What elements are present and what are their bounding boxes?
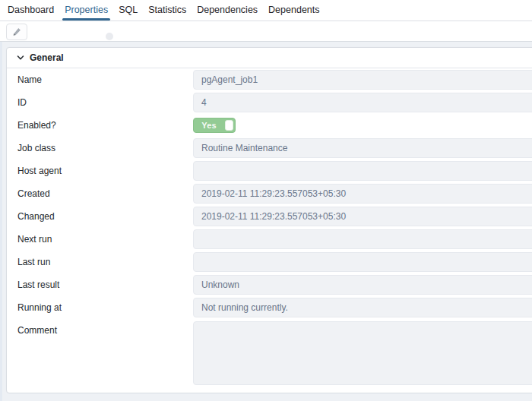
property-row-changed: Changed 2019-02-11 11:29:23.557053+05:30 bbox=[7, 205, 532, 228]
job-class-label: Job class bbox=[7, 143, 193, 153]
property-row-created: Created 2019-02-11 11:29:23.557053+05:30 bbox=[7, 182, 532, 205]
tab-dependents[interactable]: Dependents bbox=[263, 0, 325, 21]
property-row-host-agent: Host agent bbox=[7, 159, 532, 182]
name-label: Name bbox=[7, 74, 193, 85]
chevron-down-icon bbox=[17, 54, 24, 62]
property-row-id: ID 4 bbox=[7, 91, 532, 114]
property-row-enabled: Enabled? Yes bbox=[7, 114, 532, 137]
last-result-field: Unknown bbox=[193, 275, 532, 295]
edit-object-button[interactable] bbox=[6, 24, 27, 40]
last-run-label: Last run bbox=[7, 257, 193, 267]
id-label: ID bbox=[7, 97, 193, 108]
name-field: pgAgent_job1 bbox=[193, 70, 532, 90]
tab-sql[interactable]: SQL bbox=[113, 0, 143, 21]
last-run-field bbox=[193, 252, 532, 272]
property-row-comment: Comment bbox=[7, 319, 532, 392]
properties-toolbar bbox=[0, 21, 532, 42]
section-header-general[interactable]: General bbox=[7, 48, 532, 68]
properties-panel: General Name pgAgent_job1 ID 4 Enabled? … bbox=[6, 47, 532, 393]
running-at-label: Running at bbox=[7, 302, 193, 313]
property-row-last-run: Last run bbox=[7, 251, 532, 273]
property-row-running-at: Running at Not running currently. bbox=[7, 296, 532, 319]
property-row-job-class: Job class Routine Maintenance bbox=[7, 137, 532, 159]
created-field: 2019-02-11 11:29:23.557053+05:30 bbox=[193, 184, 532, 204]
running-at-field: Not running currently. bbox=[193, 298, 532, 317]
pencil-icon bbox=[11, 27, 22, 37]
tab-dependencies[interactable]: Dependencies bbox=[192, 0, 263, 21]
comment-label: Comment bbox=[7, 325, 193, 336]
left-edge-strip bbox=[0, 42, 2, 401]
id-field: 4 bbox=[193, 93, 532, 112]
tab-properties[interactable]: Properties bbox=[59, 0, 113, 21]
property-row-next-run: Next run bbox=[7, 228, 532, 251]
comment-textarea bbox=[193, 321, 532, 385]
host-agent-field bbox=[193, 161, 532, 181]
enabled-toggle: Yes bbox=[193, 118, 236, 133]
enabled-toggle-label: Yes bbox=[194, 121, 224, 130]
next-run-field bbox=[193, 229, 532, 249]
property-row-last-result: Last result Unknown bbox=[7, 273, 532, 296]
created-label: Created bbox=[7, 188, 193, 199]
properties-tab-bar: Dashboard Properties SQL Statistics Depe… bbox=[0, 0, 532, 21]
section-title: General bbox=[30, 52, 64, 63]
enabled-label: Enabled? bbox=[7, 120, 193, 131]
divider-dot bbox=[106, 33, 113, 40]
job-class-field: Routine Maintenance bbox=[193, 138, 532, 158]
next-run-label: Next run bbox=[7, 234, 193, 245]
host-agent-label: Host agent bbox=[7, 166, 193, 176]
general-rows: Name pgAgent_job1 ID 4 Enabled? Yes Job … bbox=[7, 68, 532, 392]
tab-statistics[interactable]: Statistics bbox=[143, 0, 192, 21]
changed-field: 2019-02-11 11:29:23.557053+05:30 bbox=[193, 207, 532, 226]
tab-dashboard[interactable]: Dashboard bbox=[2, 0, 59, 21]
property-row-name: Name pgAgent_job1 bbox=[7, 68, 532, 91]
last-result-label: Last result bbox=[7, 279, 193, 290]
toggle-knob bbox=[225, 120, 233, 131]
changed-label: Changed bbox=[7, 211, 193, 222]
